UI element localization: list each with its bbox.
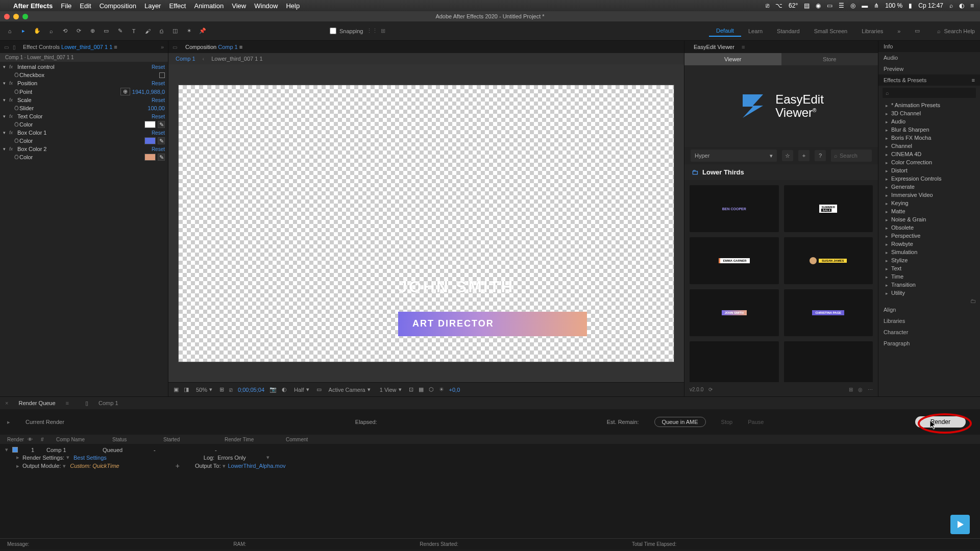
preview-panel-header[interactable]: Preview <box>878 63 980 74</box>
cti-icon[interactable]: ⎚ <box>229 387 233 393</box>
menu-view[interactable]: View <box>232 2 246 10</box>
easyedit-thumbnail[interactable]: CHRISTINA PAGE <box>784 289 873 336</box>
easyedit-search[interactable]: ⌕Search <box>831 149 872 162</box>
view-dropdown[interactable]: 1 View ▾ <box>378 386 404 393</box>
effects-presets-header[interactable]: Effects & Presets≡ <box>878 74 980 86</box>
effect-sub-row[interactable]: ÖSlider100,00 <box>0 104 168 112</box>
easyedit-thumbnail[interactable]: SUMMERSALE <box>784 185 873 232</box>
window-minimize-icon[interactable] <box>13 14 19 19</box>
effect-controls-tab-prefix[interactable]: Effect Controls <box>23 44 60 50</box>
window-zoom-icon[interactable] <box>22 14 28 19</box>
hand-tool-icon[interactable]: ✋ <box>33 27 42 36</box>
render-settings-value[interactable]: Best Settings <box>74 455 107 461</box>
menu-file[interactable]: File <box>61 2 71 10</box>
audio-panel-header[interactable]: Audio <box>878 52 980 63</box>
menubar-battery-icon[interactable]: ▮ <box>909 2 912 9</box>
effects-preset-category[interactable]: Blur & Sharpen <box>878 126 980 134</box>
effect-row[interactable]: ▾fxBox Color 1Reset <box>0 129 168 137</box>
easyedit-pack-dropdown[interactable]: Hyper▾ <box>691 149 777 162</box>
composition-viewport[interactable]: JOHN SMITH ART DIRECTOR <box>179 85 674 362</box>
checkbox-control[interactable] <box>159 72 165 78</box>
effects-preset-category[interactable]: Generate <box>878 183 980 191</box>
effects-presets-search[interactable]: ⌕ <box>883 88 976 98</box>
menu-layer[interactable]: Layer <box>144 2 161 10</box>
easyedit-dots-icon[interactable]: ⋯ <box>868 387 873 392</box>
effects-preset-category[interactable]: Time <box>878 272 980 281</box>
project-tab-icon[interactable]: ▭ <box>4 44 9 50</box>
menu-composition[interactable]: Composition <box>100 2 136 10</box>
effects-preset-category[interactable]: * Animation Presets <box>878 101 980 109</box>
workspace-learn[interactable]: Learn <box>741 26 770 36</box>
render-queue-tab[interactable]: Render Queue <box>15 399 58 407</box>
effects-preset-category[interactable]: Noise & Grain <box>878 215 980 223</box>
align-panel-header[interactable]: Align <box>878 304 980 315</box>
workspace-overflow-icon[interactable]: » <box>890 26 908 36</box>
anchor-tool-icon[interactable]: ⊕ <box>88 27 97 36</box>
color-swatch[interactable] <box>144 137 156 144</box>
easyedit-category-header[interactable]: 🗀 Lower Thirds <box>684 164 878 180</box>
easyedit-fav-icon[interactable]: ☆ <box>782 150 793 161</box>
roi-icon[interactable]: ▭ <box>316 386 322 393</box>
output-module-value[interactable]: Custom: QuickTime <box>70 463 119 469</box>
libraries-panel-header[interactable]: Libraries <box>878 315 980 327</box>
log-value[interactable]: Errors Only <box>217 455 246 461</box>
effects-preset-category[interactable]: Utility <box>878 289 980 297</box>
menu-window[interactable]: Window <box>254 2 278 10</box>
easyedit-thumbnail[interactable]: EMMA GARNER <box>690 237 779 284</box>
effect-row[interactable]: ▾fxScaleReset <box>0 96 168 104</box>
play-badge-icon[interactable] <box>950 515 970 534</box>
stamp-tool-icon[interactable]: ⎙ <box>157 27 166 36</box>
easyedit-thumbnail[interactable]: SUSAN JAMES <box>784 237 873 284</box>
effect-sub-row[interactable]: ÖCheckbox <box>0 71 168 79</box>
search-help-label[interactable]: Search Help <box>944 28 975 34</box>
effects-preset-category[interactable]: Keying <box>878 199 980 207</box>
menubar-noti-icon[interactable]: ▤ <box>804 2 810 9</box>
effects-preset-category[interactable]: Obsolete <box>878 223 980 232</box>
effects-preset-category[interactable]: Perspective <box>878 232 980 240</box>
comp-timeline-tab-icon[interactable]: ▯ <box>85 400 88 407</box>
app-name[interactable]: After Effects <box>13 2 53 10</box>
effects-preset-category[interactable]: Boris FX Mocha <box>878 134 980 142</box>
easyedit-thumbnail[interactable]: JOHN SMITH <box>690 289 779 336</box>
effects-preset-category[interactable]: Distort <box>878 166 980 174</box>
ep-menu-icon[interactable]: ≡ <box>972 77 975 83</box>
effect-row[interactable]: ▾fxPositionReset <box>0 79 168 87</box>
menubar-battery[interactable]: 100 % <box>885 2 902 9</box>
rq-twirl-icon[interactable]: × <box>5 400 8 406</box>
timecode[interactable]: 0;00;05;04 <box>238 387 264 393</box>
menubar-siri-icon[interactable]: ◐ <box>959 2 964 9</box>
easyedit-help-icon[interactable]: ? <box>815 150 826 161</box>
effects-preset-category[interactable]: Immersive Video <box>878 191 980 199</box>
orbit-tool-icon[interactable]: ⟲ <box>60 27 69 36</box>
menubar-menu-icon[interactable]: ≡ <box>970 2 974 9</box>
3d-icon[interactable]: ⊡ <box>409 386 413 393</box>
exposure-value[interactable]: +0,0 <box>449 387 460 393</box>
menubar-search-icon[interactable]: ⌕ <box>949 2 953 9</box>
color-swatch[interactable] <box>144 121 156 128</box>
home-icon[interactable]: ⌂ <box>5 27 14 36</box>
queue-in-ame-button[interactable]: Queue in AME <box>654 417 706 427</box>
snapshot-icon[interactable]: 📷 <box>270 386 277 393</box>
add-output-icon[interactable]: + <box>176 462 180 470</box>
menu-animation[interactable]: Animation <box>194 2 224 10</box>
rect-tool-icon[interactable]: ▭ <box>102 27 111 36</box>
eyedropper-icon[interactable]: ✎ <box>158 154 165 161</box>
menubar-chat-icon[interactable]: ☰ <box>839 2 844 9</box>
window-close-icon[interactable] <box>4 14 10 19</box>
effect-row[interactable]: ▾fxBox Color 2Reset <box>0 145 168 153</box>
snap-grid-icon[interactable]: ⊞ <box>381 28 385 34</box>
channel-icon[interactable]: ◨ <box>184 386 189 393</box>
workspace-small-screen[interactable]: Small Screen <box>807 26 854 36</box>
output-to-value[interactable]: LowerThird_Alpha.mov <box>228 463 285 469</box>
zoom-tool-icon[interactable]: ⌕ <box>46 27 56 36</box>
workspace-libraries[interactable]: Libraries <box>854 26 890 36</box>
comp-tab-prefix[interactable]: Composition <box>185 44 216 50</box>
alpha-icon[interactable]: ▣ <box>174 386 179 393</box>
selection-tool-icon[interactable]: ▸ <box>19 27 28 36</box>
easyedit-thumbnail[interactable] <box>784 341 873 382</box>
effects-preset-category[interactable]: Expression Controls <box>878 174 980 183</box>
paragraph-panel-header[interactable]: Paragraph <box>878 338 980 349</box>
mask-icon[interactable]: ⬡ <box>429 386 434 393</box>
camera-dropdown[interactable]: Active Camera ▾ <box>327 386 373 393</box>
workspace-standard[interactable]: Standard <box>770 26 807 36</box>
